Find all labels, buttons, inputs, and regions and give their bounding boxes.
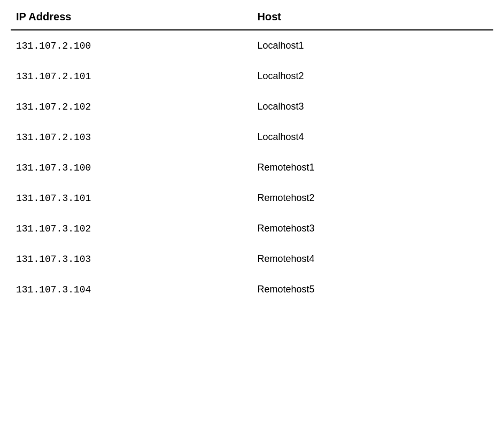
- cell-ip: 131.107.3.102: [11, 213, 252, 244]
- cell-ip: 131.107.3.103: [11, 244, 252, 274]
- table-row: 131.107.3.104Remotehost5: [11, 274, 493, 305]
- table-row: 131.107.3.101Remotehost2: [11, 183, 493, 213]
- cell-host: Remotehost5: [252, 274, 494, 305]
- cell-ip: 131.107.2.102: [11, 91, 252, 122]
- cell-ip: 131.107.2.101: [11, 61, 252, 91]
- cell-host: Remotehost3: [252, 213, 494, 244]
- table-row: 131.107.3.102Remotehost3: [11, 213, 493, 244]
- column-header-ip: IP Address: [11, 5, 252, 30]
- cell-host: Remotehost2: [252, 183, 494, 213]
- cell-ip: 131.107.3.100: [11, 152, 252, 183]
- table-row: 131.107.2.103Localhost4: [11, 122, 493, 152]
- cell-host: Remotehost4: [252, 244, 494, 274]
- table-row: 131.107.2.101Localhost2: [11, 61, 493, 91]
- table-row: 131.107.3.103Remotehost4: [11, 244, 493, 274]
- table-row: 131.107.2.100Localhost1: [11, 30, 493, 61]
- cell-host: Localhost1: [252, 30, 494, 61]
- cell-ip: 131.107.2.103: [11, 122, 252, 152]
- cell-host: Localhost3: [252, 91, 494, 122]
- ip-host-table: IP Address Host 131.107.2.100Localhost11…: [11, 5, 493, 305]
- table-row: 131.107.2.102Localhost3: [11, 91, 493, 122]
- cell-host: Remotehost1: [252, 152, 494, 183]
- cell-host: Localhost4: [252, 122, 494, 152]
- table-header-row: IP Address Host: [11, 5, 493, 30]
- cell-ip: 131.107.3.101: [11, 183, 252, 213]
- cell-host: Localhost2: [252, 61, 494, 91]
- table-row: 131.107.3.100Remotehost1: [11, 152, 493, 183]
- column-header-host: Host: [252, 5, 494, 30]
- cell-ip: 131.107.3.104: [11, 274, 252, 305]
- cell-ip: 131.107.2.100: [11, 30, 252, 61]
